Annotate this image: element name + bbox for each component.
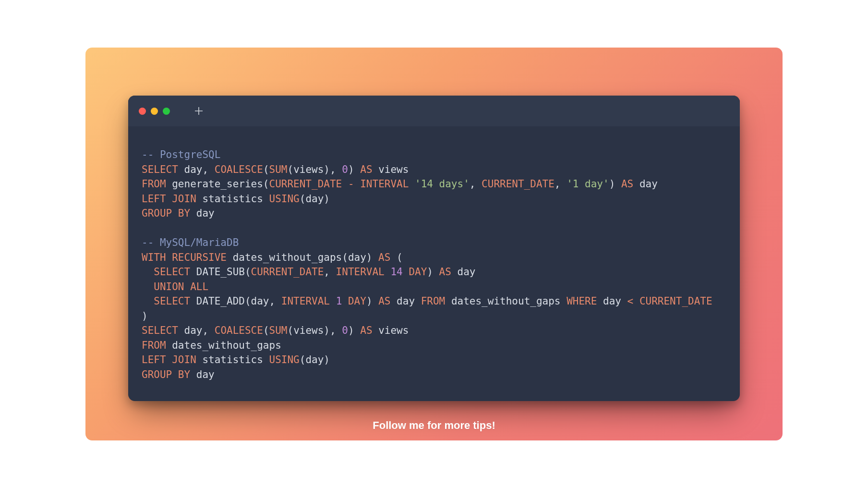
code-token-kw: LEFT JOIN (142, 193, 196, 205)
code-token-op: ) (427, 266, 439, 278)
code-token-op (354, 178, 361, 190)
code-token-kw: INTERVAL (360, 178, 409, 190)
code-token-op (330, 295, 336, 307)
code-token-kw: SELECT (142, 325, 178, 336)
code-token-id: statistics (196, 354, 269, 366)
code-token-id: dates_without_gaps(day) (227, 252, 378, 263)
code-token-kw: AS (621, 178, 633, 190)
code-token-kw: AS (360, 325, 372, 336)
code-token-id: day (633, 178, 658, 190)
code-token-kw: AS (378, 295, 390, 307)
code-token-id: statistics (196, 193, 269, 205)
code-token-fn: USING (269, 354, 300, 366)
code-token-str: '1 day' (567, 178, 609, 190)
code-token-kw: GROUP BY (142, 369, 190, 380)
code-token-id: DATE_SUB( (190, 266, 251, 278)
code-token-fn: SUM (269, 164, 288, 175)
window-titlebar (128, 96, 740, 126)
plus-icon (194, 106, 204, 116)
code-token-op (342, 295, 348, 307)
code-token-kw: GROUP BY (142, 207, 190, 219)
code-token-num: 0 (342, 164, 348, 175)
code-token-id: day (178, 164, 203, 175)
code-token-id: dates_without_gaps (445, 295, 567, 307)
code-token-fn: COALESCE (215, 325, 263, 336)
code-token-kw: UNION ALL (154, 281, 208, 293)
code-token-op: ( (390, 252, 402, 263)
code-token-id: DATE_ADD(day, (190, 295, 281, 307)
code-token-kw: < (627, 295, 634, 307)
code-token-kw: INTERVAL (281, 295, 330, 307)
code-token-op (403, 266, 409, 278)
zoom-icon[interactable] (163, 108, 170, 115)
code-token-id: dates_without_gaps (166, 340, 281, 351)
minimize-icon[interactable] (151, 108, 158, 115)
code-token-fn: SUM (269, 325, 288, 336)
code-token-op: ) (366, 295, 378, 307)
code-token-op (142, 266, 154, 278)
code-token-op: , (324, 266, 336, 278)
code-token-op: ( (263, 164, 269, 175)
code-token-num: 0 (342, 325, 348, 336)
code-token-id: views (373, 325, 409, 336)
code-token-id: views (373, 164, 409, 175)
code-token-kw: WITH RECURSIVE (142, 252, 227, 263)
code-token-kw: SELECT (154, 295, 190, 307)
code-token-num: 1 (336, 295, 342, 307)
code-token-fn: CURRENT_DATE (251, 266, 324, 278)
code-token-op: ) (348, 325, 360, 336)
code-token-fn: CURRENT_DATE (639, 295, 712, 307)
code-token-cmt: -- MySQL/MariaDB (142, 237, 239, 248)
code-token-op: , (470, 178, 482, 190)
code-token-op: ( (263, 325, 269, 336)
code-token-kw: LEFT JOIN (142, 354, 196, 366)
code-token-kw: SELECT (154, 266, 190, 278)
code-editor: -- PostgreSQL SELECT day, COALESCE(SUM(v… (128, 126, 740, 401)
code-token-op: ) (348, 164, 360, 175)
code-token-str: '14 days' (415, 178, 470, 190)
code-token-op: ) (609, 178, 621, 190)
code-token-kw: AS (439, 266, 451, 278)
code-token-num: 14 (390, 266, 402, 278)
traffic-lights (139, 108, 170, 115)
code-token-kw: FROM (142, 340, 166, 351)
footer-caption: Follow me for more tips! (373, 419, 495, 432)
code-token-fn: CURRENT_DATE (269, 178, 342, 190)
code-token-fn: USING (269, 193, 300, 205)
code-token-op: ) (142, 310, 148, 322)
gradient-stage: -- PostgreSQL SELECT day, COALESCE(SUM(v… (85, 48, 783, 440)
code-token-op: (views), (287, 164, 342, 175)
code-token-fn: COALESCE (215, 164, 263, 175)
code-token-fn: CURRENT_DATE (482, 178, 555, 190)
code-token-op: (day) (300, 354, 330, 366)
code-token-kw: FROM (142, 178, 166, 190)
code-token-op (633, 295, 639, 307)
code-token-op (409, 178, 415, 190)
code-token-kw: DAY (348, 295, 366, 307)
code-token-id: day (597, 295, 627, 307)
code-token-op (342, 178, 348, 190)
code-token-kw: SELECT (142, 164, 178, 175)
code-token-cmt: -- PostgreSQL (142, 149, 220, 160)
code-token-kw: WHERE (567, 295, 597, 307)
code-token-op (142, 295, 154, 307)
code-token-op (142, 281, 154, 293)
code-token-kw: FROM (421, 295, 446, 307)
code-token-kw: AS (378, 252, 390, 263)
add-tab-button[interactable] (194, 96, 204, 126)
terminal-window: -- PostgreSQL SELECT day, COALESCE(SUM(v… (128, 96, 740, 401)
code-token-id: day (190, 369, 215, 380)
code-token-id: day (451, 266, 476, 278)
code-token-id: day (390, 295, 421, 307)
code-token-id: day (190, 207, 215, 219)
code-block[interactable]: -- PostgreSQL SELECT day, COALESCE(SUM(v… (142, 147, 726, 382)
code-token-kw: DAY (409, 266, 427, 278)
code-token-op: (day) (300, 193, 330, 205)
code-token-id: day (178, 325, 203, 336)
close-icon[interactable] (139, 108, 146, 115)
code-token-kw: AS (360, 164, 372, 175)
code-token-kw: INTERVAL (336, 266, 385, 278)
code-token-op: , (555, 178, 567, 190)
code-token-op (385, 266, 391, 278)
code-token-id: generate_series( (166, 178, 269, 190)
